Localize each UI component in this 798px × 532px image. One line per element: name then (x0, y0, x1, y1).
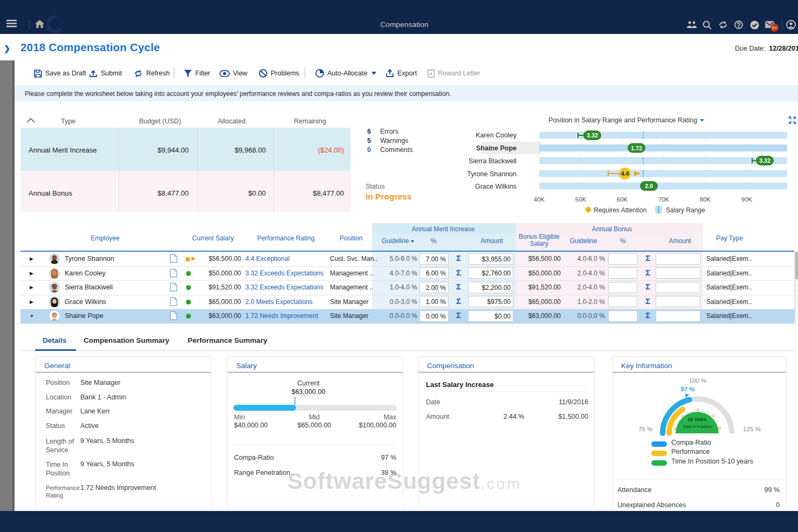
svg-text:5: 5 (719, 426, 721, 431)
svg-text:4.4: 4.4 (621, 170, 629, 177)
svg-text:80K: 80K (700, 196, 711, 203)
svg-text:3.32: 3.32 (759, 157, 771, 164)
svg-text:Sierra Blackwell: Sierra Blackwell (469, 157, 517, 165)
svg-text:1.72: 1.72 (631, 145, 642, 151)
svg-text:60K: 60K (617, 196, 628, 203)
svg-text:97 %: 97 % (680, 386, 694, 392)
svg-text:100 %: 100 % (689, 377, 707, 384)
svg-text:3.32: 3.32 (587, 132, 598, 139)
svg-text:4: 4 (712, 413, 715, 418)
svg-text:40K: 40K (534, 196, 545, 203)
svg-text:90K: 90K (741, 196, 753, 203)
svg-text:Salary Range: Salary Range (666, 206, 705, 214)
svg-text:50K: 50K (575, 196, 587, 203)
svg-text:2: 2 (681, 413, 683, 418)
svg-text:Karen Cooley: Karen Cooley (476, 132, 517, 139)
svg-text:3: 3 (697, 407, 699, 412)
svg-text:2.0: 2.0 (645, 183, 653, 189)
svg-text:75 %: 75 % (638, 426, 652, 432)
svg-text:Grace Wilkins: Grace Wilkins (475, 183, 517, 190)
svg-text:10 Years: 10 Years (688, 417, 707, 422)
svg-text:1: 1 (674, 426, 676, 431)
svg-text:Shaine Pope: Shaine Pope (476, 144, 517, 152)
svg-text:Time In Position: Time In Position (683, 424, 712, 429)
svg-text:Tyrone Shannon: Tyrone Shannon (467, 170, 517, 178)
svg-text:70K: 70K (658, 196, 670, 203)
svg-text:Requires Attention: Requires Attention (594, 206, 646, 214)
svg-text:125 %: 125 % (743, 426, 761, 432)
svg-text:Position in Salary Range and P: Position in Salary Range and Performance… (548, 116, 697, 124)
